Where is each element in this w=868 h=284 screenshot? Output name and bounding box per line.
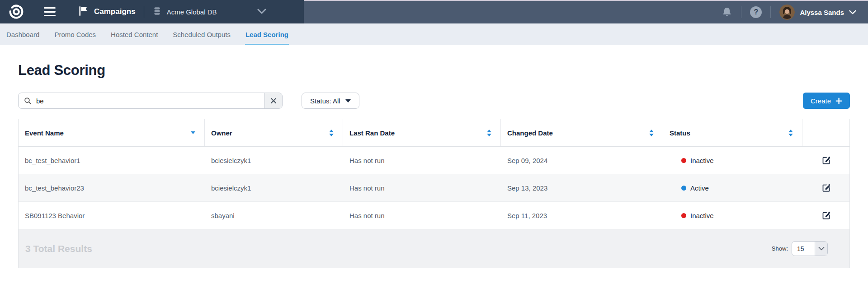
cell-changed: Sep 09, 2024 (501, 147, 663, 174)
lead-scoring-table: Event Name Owner Last Ran Date Changed D… (18, 119, 850, 268)
database-selector[interactable]: Acme Global DB (152, 6, 266, 18)
page-title: Lead Scoring (18, 61, 850, 80)
flag-icon (77, 5, 89, 19)
status-label: Inactive (690, 157, 714, 164)
database-icon (152, 6, 162, 18)
table-row: bc_test_behavior1 bciesielczyk1 Has not … (19, 147, 849, 174)
chevron-down-icon (257, 8, 266, 16)
edit-button[interactable] (821, 156, 831, 165)
section-tabs: Dashboard Promo Codes Hosted Content Sch… (0, 23, 868, 45)
cell-actions (802, 147, 849, 174)
controls-row: Status: All Create (18, 93, 850, 109)
caret-down-icon (345, 99, 351, 102)
edit-icon (821, 156, 831, 165)
tab-dashboard[interactable]: Dashboard (6, 23, 40, 45)
cell-owner: sbayani (205, 202, 343, 229)
column-header-last-ran-date[interactable]: Last Ran Date (343, 119, 501, 146)
sort-icon (487, 130, 491, 136)
tab-promo-codes[interactable]: Promo Codes (54, 23, 96, 45)
sort-icon (649, 130, 654, 136)
divider (770, 6, 771, 18)
top-bar: Campaigns Acme Global DB (0, 0, 868, 23)
page-size-control: Show: 15 (772, 241, 828, 256)
database-name: Acme Global DB (167, 8, 217, 16)
status-dot (681, 158, 686, 163)
column-header-event-name[interactable]: Event Name (19, 119, 205, 146)
tab-hosted-content[interactable]: Hosted Content (110, 23, 158, 45)
table-row: bc_test_behavior23 bciesielczyk1 Has not… (19, 174, 849, 202)
user-menu[interactable]: Alyssa Sands (779, 5, 856, 20)
help-glyph: ? (754, 8, 759, 16)
cell-event-name: SB091123 Behavior (19, 202, 205, 229)
status-filter-dropdown[interactable]: Status: All (302, 93, 359, 109)
status-dot (681, 213, 686, 218)
status-label: Inactive (690, 212, 714, 219)
edit-icon (821, 211, 831, 220)
status-dot (681, 186, 686, 191)
divider (144, 6, 144, 18)
status-label: Active (690, 184, 709, 192)
status-filter-label: Status: All (310, 97, 340, 105)
cell-changed: Sep 13, 2023 (501, 174, 663, 201)
app-logo-icon[interactable] (8, 3, 25, 20)
tab-scheduled-outputs[interactable]: Scheduled Outputs (172, 23, 231, 45)
plus-icon (835, 98, 842, 104)
close-icon (270, 98, 277, 104)
column-header-changed-date[interactable]: Changed Date (501, 119, 663, 146)
sort-icon (788, 130, 793, 136)
page-size-select[interactable]: 15 (792, 241, 828, 256)
avatar (779, 5, 795, 20)
user-name: Alyssa Sands (800, 9, 844, 16)
chevron-down-icon (815, 242, 827, 256)
search-input[interactable] (32, 97, 264, 105)
cell-actions (802, 202, 849, 229)
column-header-status[interactable]: Status (663, 119, 802, 146)
product-name: Campaigns (94, 7, 136, 16)
divider (741, 6, 741, 18)
notifications-bell-icon[interactable] (722, 6, 732, 18)
cell-changed: Sep 11, 2023 (501, 202, 663, 229)
page-size-value: 15 (792, 245, 815, 252)
cell-last-ran: Has not run (343, 202, 501, 229)
main-content: Lead Scoring Status: All Create (0, 61, 868, 268)
table-footer: 3 Total Results Show: 15 (19, 229, 849, 268)
create-button-label: Create (811, 97, 831, 105)
cell-event-name: bc_test_behavior23 (19, 174, 205, 201)
cell-last-ran: Has not run (343, 174, 501, 201)
edit-icon (821, 183, 831, 193)
table-row: SB091123 Behavior sbayani Has not run Se… (19, 202, 849, 229)
cell-actions (802, 174, 849, 201)
cell-owner: bciesielczyk1 (205, 147, 343, 174)
edit-button[interactable] (821, 211, 831, 220)
edit-button[interactable] (821, 183, 831, 193)
top-bar-right: ? Alyssa Sands (304, 0, 868, 23)
column-header-actions (802, 119, 849, 146)
create-button[interactable]: Create (803, 93, 850, 109)
chevron-down-icon (849, 8, 856, 16)
cell-last-ran: Has not run (343, 147, 501, 174)
sort-icon (329, 130, 334, 136)
search-icon (24, 97, 32, 105)
help-icon[interactable]: ? (750, 6, 762, 18)
clear-search-button[interactable] (264, 93, 282, 108)
cell-status: Inactive (663, 147, 802, 174)
cell-status: Active (663, 174, 802, 201)
show-label: Show: (772, 245, 788, 252)
menu-hamburger-icon[interactable] (44, 7, 57, 17)
cell-event-name: bc_test_behavior1 (19, 147, 205, 174)
table-header-row: Event Name Owner Last Ran Date Changed D… (19, 119, 849, 147)
top-bar-left: Campaigns Acme Global DB (0, 0, 304, 23)
cell-owner: bciesielczyk1 (205, 174, 343, 201)
product-switcher[interactable]: Campaigns (77, 5, 136, 19)
tab-lead-scoring[interactable]: Lead Scoring (245, 23, 289, 45)
search-box (18, 93, 283, 109)
total-results: 3 Total Results (25, 243, 92, 254)
column-header-owner[interactable]: Owner (205, 119, 343, 146)
sort-desc-icon (191, 131, 195, 134)
cell-status: Inactive (663, 202, 802, 229)
